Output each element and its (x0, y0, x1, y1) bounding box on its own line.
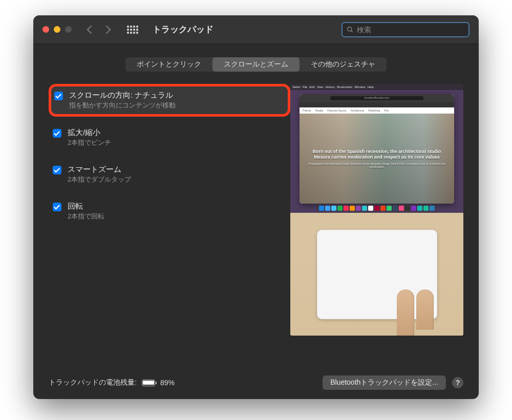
preview-screen: SafariFileEditViewHistoryBookmarksWindow… (290, 84, 463, 213)
content: ポイントとクリック スクロールとズーム その他のジェスチャ スクロールの方向: … (33, 44, 479, 399)
window-controls (42, 26, 72, 33)
option-rotate[interactable]: 回転 2本指で回転 (49, 196, 290, 226)
tab-scroll-zoom[interactable]: スクロールとズーム (212, 57, 300, 72)
nav-arrows (88, 27, 110, 33)
preferences-window: トラックパッド ポイントとクリック スクロールとズーム その他のジェスチャ スク… (33, 15, 479, 399)
help-button[interactable]: ? (452, 377, 463, 388)
show-all-icon[interactable] (127, 26, 138, 34)
titlebar: トラックパッド (33, 15, 479, 44)
svg-point-0 (348, 27, 352, 31)
svg-line-1 (351, 30, 353, 32)
search-input[interactable] (357, 26, 464, 34)
option-natural-scroll[interactable]: スクロールの方向: ナチュラル 指を動かす方向にコンテンツが移動 (49, 84, 290, 117)
checkbox-smart-zoom[interactable] (53, 166, 61, 174)
battery-percentage: 89% (160, 379, 175, 387)
battery-icon (142, 380, 155, 386)
checkbox-zoom[interactable] (53, 129, 61, 138)
bluetooth-setup-button[interactable]: Bluetoothトラックパッドを設定... (323, 375, 446, 390)
gesture-preview: SafariFileEditViewHistoryBookmarksWindow… (290, 84, 463, 336)
option-subtitle: 指を動かす方向にコンテンツが移動 (69, 101, 176, 110)
preview-safari-window: founderoffounder.com FriendsPeopleFeatur… (300, 94, 454, 204)
tab-more-gestures[interactable]: その他のジェスチャ (300, 57, 387, 72)
option-subtitle: 2本指で回転 (68, 212, 104, 221)
battery-label: トラックパッドの電池残量: (49, 378, 137, 387)
checkbox-natural-scroll[interactable] (54, 92, 63, 100)
close-button[interactable] (42, 26, 49, 33)
option-zoom[interactable]: 拡大/縮小 2本指でピンチ (49, 123, 290, 152)
search-icon (347, 26, 354, 33)
search-field[interactable] (342, 22, 470, 37)
option-smart-zoom[interactable]: スマートズーム 2本指でダブルタップ (49, 160, 290, 189)
preview-url: founderoffounder.com (330, 96, 423, 100)
option-subtitle: 2本指でピンチ (68, 139, 111, 147)
preview-trackpad-area (290, 213, 463, 336)
preview-fingers (397, 290, 434, 336)
option-title: 拡大/縮小 (68, 128, 111, 138)
option-subtitle: 2本指でダブルタップ (68, 175, 131, 184)
footer: トラックパッドの電池残量: 89% Bluetoothトラックパッドを設定...… (49, 366, 463, 390)
window-title: トラックパッド (153, 24, 214, 35)
preview-menubar: SafariFileEditViewHistoryBookmarksWindow… (290, 84, 463, 90)
options-list: スクロールの方向: ナチュラル 指を動かす方向にコンテンツが移動 拡大/縮小 2… (49, 84, 290, 366)
preview-dock (317, 205, 437, 212)
option-title: 回転 (68, 202, 104, 211)
option-title: スマートズーム (68, 165, 131, 174)
minimize-button[interactable] (54, 26, 60, 33)
back-button[interactable] (87, 25, 96, 34)
forward-button[interactable] (102, 25, 111, 34)
tab-point-click[interactable]: ポイントとクリック (125, 57, 212, 72)
tab-segmented-control: ポイントとクリック スクロールとズーム その他のジェスチャ (125, 57, 387, 72)
option-title: スクロールの方向: ナチュラル (69, 91, 176, 100)
main-area: スクロールの方向: ナチュラル 指を動かす方向にコンテンツが移動 拡大/縮小 2… (49, 84, 463, 366)
preview-hero-title: Born out of the Spanish recession, the a… (307, 149, 447, 161)
checkbox-rotate[interactable] (53, 203, 61, 211)
maximize-button (65, 26, 72, 33)
